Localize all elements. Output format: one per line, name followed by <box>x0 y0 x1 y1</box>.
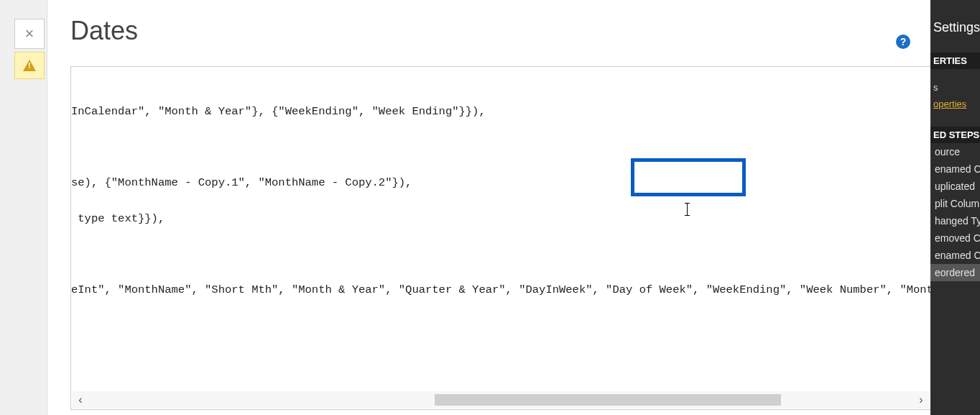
scroll-track[interactable] <box>89 391 912 409</box>
scroll-left-arrow[interactable]: ‹ <box>72 391 89 409</box>
applied-step[interactable]: ource <box>930 143 980 160</box>
close-icon: × <box>25 24 34 43</box>
chevron-left-icon: ‹ <box>78 393 82 406</box>
applied-step[interactable]: uplicated <box>930 178 980 195</box>
all-properties-link[interactable]: operties <box>930 96 980 112</box>
close-button[interactable]: × <box>14 19 45 49</box>
chevron-right-icon: › <box>919 393 923 406</box>
query-settings-panel: Settings ERTIES s operties ED STEPS ourc… <box>930 0 980 415</box>
applied-step[interactable]: enamed C <box>930 247 980 264</box>
applied-step[interactable]: plit Colum <box>930 195 980 212</box>
code-line: eInt", "MonthName", "Short Mth", "Month … <box>71 281 930 299</box>
text-cursor-icon <box>687 203 688 216</box>
warning-icon <box>23 60 36 71</box>
properties-link-text: operties <box>933 99 966 109</box>
panel-title: Settings <box>930 0 980 35</box>
name-row: s <box>930 69 980 96</box>
code-line <box>71 245 930 263</box>
name-value: s <box>933 82 938 93</box>
help-icon-glyph: ? <box>900 36 907 47</box>
code-content[interactable]: InCalendar", "Month & Year"}, {"WeekEndi… <box>71 67 930 392</box>
applied-step[interactable]: hanged Ty <box>930 212 980 229</box>
code-line: type text}}), <box>71 210 930 228</box>
code-line: InCalendar", "Month & Year"}, {"WeekEndi… <box>71 103 930 121</box>
applied-step[interactable]: eordered <box>930 264 980 281</box>
help-icon[interactable]: ? <box>896 35 910 49</box>
code-line: se), {"MonthName - Copy.1", "MonthName -… <box>71 174 930 192</box>
left-pane: × <box>0 0 47 415</box>
applied-steps-section-header: ED STEPS <box>930 127 980 143</box>
advanced-editor-dialog: Dates ? InCalendar", "Month & Year"}, {"… <box>47 0 930 415</box>
scroll-thumb[interactable] <box>435 394 780 406</box>
horizontal-scrollbar[interactable]: ‹ › <box>72 391 930 409</box>
scroll-right-arrow[interactable]: › <box>912 391 930 409</box>
code-editor[interactable]: InCalendar", "Month & Year"}, {"WeekEndi… <box>70 66 931 410</box>
warning-tab[interactable] <box>14 52 45 79</box>
applied-step[interactable]: enamed C <box>930 160 980 178</box>
properties-section-header: ERTIES <box>930 53 980 69</box>
applied-step[interactable]: emoved C <box>930 229 980 247</box>
dialog-title: Dates <box>47 0 930 46</box>
code-line <box>71 138 930 156</box>
